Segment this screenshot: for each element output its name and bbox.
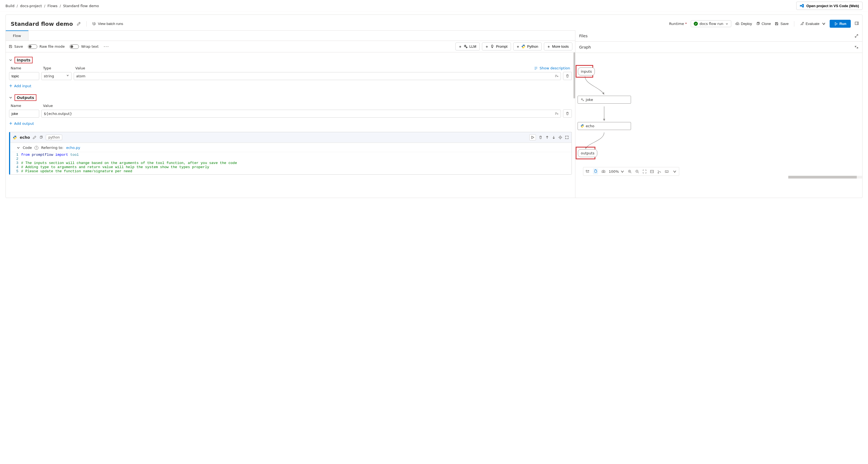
node-name: echo [20, 135, 30, 140]
vscode-label: Open project in VS Code (Web) [806, 4, 859, 8]
tab-flow[interactable]: Flow [6, 30, 29, 40]
zoom-value[interactable]: 100% [609, 170, 624, 174]
zoom-in-icon[interactable] [628, 170, 632, 174]
panel-toggle-button[interactable] [855, 21, 859, 26]
view-batch-runs-button[interactable]: View batch runs [92, 22, 123, 26]
input-value-field[interactable]: atom [74, 72, 561, 80]
edit-icon[interactable] [33, 136, 36, 139]
add-output-label: Add output [14, 121, 34, 125]
inputs-header[interactable]: Inputs [9, 57, 572, 63]
code-file-link[interactable]: echo.py [66, 146, 80, 150]
expand-icon[interactable] [565, 136, 569, 139]
input-name-field[interactable] [9, 72, 39, 80]
graph-toolbar: 100% [583, 167, 679, 176]
main-container: Standard flow demo View batch runs Runti… [5, 14, 863, 198]
col-type: Type [43, 66, 73, 70]
graph-canvas[interactable]: inputs joke echo outputs 100% [576, 53, 862, 178]
output-value-field[interactable]: ${echo.output} [41, 110, 561, 118]
breadcrumb-separator: / [17, 4, 18, 8]
svg-point-2 [14, 136, 14, 136]
files-header[interactable]: Files [576, 30, 862, 42]
chevron-down-icon[interactable] [673, 170, 677, 174]
toolbar-save-button[interactable]: Save [8, 45, 23, 49]
trash-icon[interactable] [539, 136, 542, 139]
arrow-down-icon[interactable] [552, 136, 556, 139]
add-prompt-button[interactable]: + Prompt [482, 42, 511, 51]
outputs-header[interactable]: Outputs [9, 94, 572, 101]
code-keyword: from [21, 153, 30, 157]
graph-node-echo[interactable]: echo [578, 122, 631, 130]
breadcrumb-flows[interactable]: Flows [48, 4, 57, 8]
input-value-text: atom [76, 74, 86, 78]
expand-icon[interactable] [855, 34, 859, 38]
llm-label: LLM [469, 45, 476, 49]
zoom-out-icon[interactable] [635, 170, 639, 174]
graph-h-scrollbar[interactable] [788, 176, 862, 178]
arrow-up-icon[interactable] [545, 136, 549, 139]
reference-icon[interactable] [555, 74, 558, 78]
history-icon [92, 22, 96, 26]
output-name-field[interactable] [9, 110, 39, 118]
code-text: promptflow [30, 153, 55, 157]
wrap-text-toggle[interactable]: Wrap text [70, 45, 99, 49]
deploy-button[interactable]: Deploy [735, 22, 752, 26]
screenshot-icon[interactable] [601, 170, 606, 174]
code-editor[interactable]: 1from promptflow import tool 2 3# The in… [10, 152, 571, 174]
input-type-select[interactable]: string [41, 72, 71, 80]
collapse-icon[interactable] [855, 45, 859, 49]
svg-point-6 [603, 171, 604, 172]
delete-output-button[interactable] [563, 109, 572, 118]
select-icon[interactable] [586, 170, 590, 174]
copy-icon[interactable] [39, 136, 43, 139]
toggle-switch[interactable] [28, 45, 37, 49]
add-input-label: Add input [14, 84, 32, 88]
evaluate-button[interactable]: Evaluate [800, 22, 826, 26]
input-type-value: string [44, 74, 54, 78]
scrollbar-thumb[interactable] [574, 52, 575, 98]
pan-icon[interactable] [593, 168, 598, 174]
add-python-button[interactable]: + Python [513, 42, 542, 51]
toggle-switch[interactable] [70, 45, 79, 49]
add-more-tools-button[interactable]: + More tools [544, 42, 572, 51]
breadcrumb-build[interactable]: Build [5, 4, 14, 8]
runtime-label: Runtime * [669, 22, 687, 26]
node-run-button[interactable] [529, 134, 536, 140]
fit-icon[interactable] [643, 170, 647, 174]
edit-icon[interactable] [77, 22, 81, 26]
graph-node-inputs[interactable]: inputs [578, 67, 595, 76]
save-button[interactable]: Save [775, 22, 788, 26]
breadcrumb-project[interactable]: docs-project [20, 4, 42, 8]
col-value: Value [43, 104, 570, 108]
panel-icon [855, 21, 859, 26]
svg-rect-9 [665, 170, 668, 173]
reference-icon[interactable] [555, 112, 558, 115]
header-row: Standard flow demo View batch runs Runti… [6, 15, 862, 30]
auto-layout-icon[interactable] [657, 170, 661, 174]
col-value: Value [75, 66, 532, 70]
raw-mode-label: Raw file mode [39, 45, 65, 49]
graph-node-outputs[interactable]: outputs [578, 149, 597, 157]
show-description-button[interactable]: Show description [534, 66, 570, 70]
output-value-text: ${echo.output} [44, 112, 72, 116]
raw-mode-toggle[interactable]: Raw file mode [28, 45, 65, 49]
info-icon[interactable]: i [34, 146, 38, 150]
delete-input-button[interactable] [563, 72, 572, 80]
chevron-down-icon[interactable] [17, 146, 20, 149]
plus-icon: + [9, 121, 12, 126]
actual-size-icon[interactable] [650, 170, 654, 174]
graph-node-joke[interactable]: joke [578, 96, 631, 104]
add-llm-button[interactable]: + LLM [455, 42, 480, 51]
more-icon[interactable]: ··· [103, 44, 109, 49]
clone-button[interactable]: Clone [756, 22, 771, 26]
run-button[interactable]: Run [830, 20, 851, 28]
keyboard-icon[interactable] [665, 170, 669, 174]
col-name: Name [11, 66, 41, 70]
graph-header[interactable]: Graph [576, 42, 862, 53]
breadcrumb-current: Standard flow demo [63, 4, 99, 8]
add-output-button[interactable]: + Add output [9, 121, 34, 126]
open-vscode-button[interactable]: Open project in VS Code (Web) [796, 2, 863, 10]
locate-icon[interactable] [558, 136, 562, 139]
save-icon [775, 22, 779, 26]
add-input-button[interactable]: + Add input [9, 83, 31, 88]
runtime-selector[interactable]: docs flow run [691, 20, 731, 27]
